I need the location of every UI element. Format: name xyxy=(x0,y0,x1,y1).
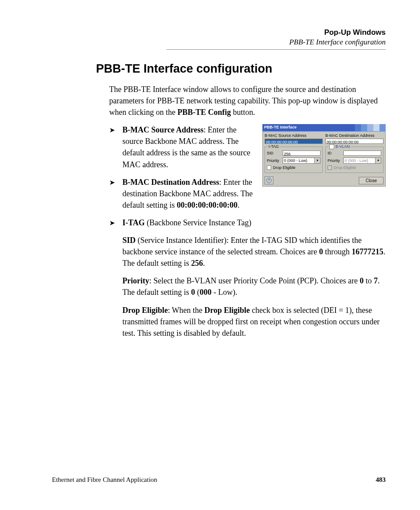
bmac-source-label: B-MAC Source Address xyxy=(122,125,203,134)
footer-book-title: Ethernet and Fibre Channel Application xyxy=(52,476,157,484)
footer-page-number: 483 xyxy=(376,476,386,484)
sid-paragraph: SID (Service Instance Identifier): Enter… xyxy=(122,235,386,269)
intro-paragraph: The PBB-TE Interface window allows to co… xyxy=(109,84,386,118)
bullet-itag: I-TAG (Backbone Service Instance Tag) xyxy=(109,217,386,228)
priority-paragraph: Priority: Select the B-VLAN user Priorit… xyxy=(122,275,386,298)
header-chapter: Pop-Up Windows xyxy=(166,28,386,37)
bmac-dest-label: B-MAC Destination Address xyxy=(122,178,219,187)
itag-label: I-TAG xyxy=(122,218,145,227)
page-header: Pop-Up Windows PBB-TE Interface configur… xyxy=(166,28,386,50)
itag-text: (Backbone Service Instance Tag) xyxy=(145,218,251,227)
page-footer: Ethernet and Fibre Channel Application 4… xyxy=(52,476,386,484)
bmac-dest-default: 00:00:00:00:00:00 xyxy=(177,201,237,209)
priority-term: Priority xyxy=(122,276,149,285)
bmac-dest-tail: . xyxy=(237,201,239,209)
drop-eligible-paragraph: Drop Eligible: When the Drop Eligible ch… xyxy=(122,305,386,339)
drop-eligible-term: Drop Eligible xyxy=(122,306,168,315)
bullet-bmac-source: B-MAC Source Address: Enter the source B… xyxy=(109,124,386,170)
section-title: PBB-TE Interface configuration xyxy=(96,62,386,76)
sid-term: SID xyxy=(122,236,136,245)
bullet-bmac-dest: B-MAC Destination Address: Enter the des… xyxy=(109,176,386,211)
intro-text-3: button. xyxy=(231,108,255,117)
header-section: PBB-TE Interface configuration xyxy=(166,38,386,47)
intro-config-button-ref: PBB-TE Config xyxy=(177,108,231,117)
